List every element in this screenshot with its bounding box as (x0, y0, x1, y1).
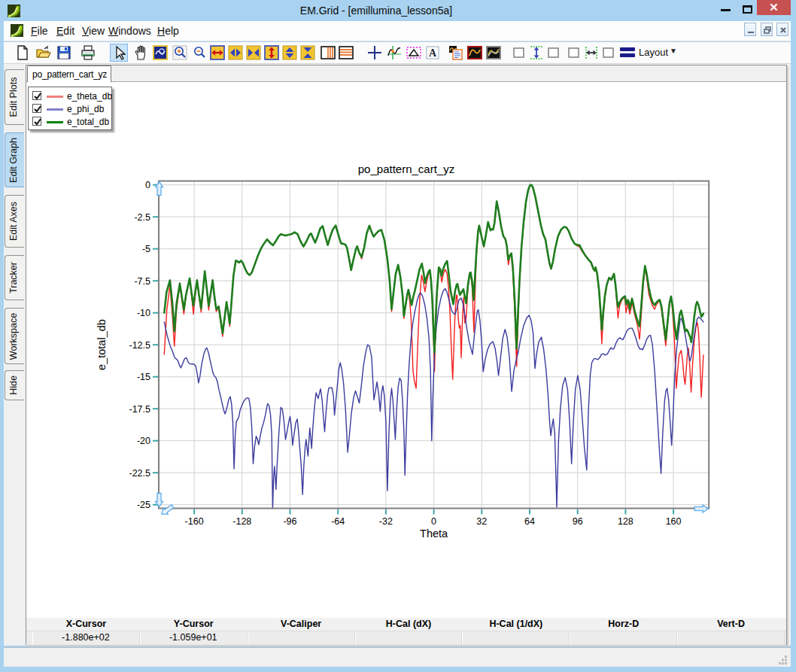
sidebar-tab-edit-plots[interactable]: Edit Plots (5, 69, 24, 125)
mdi-minimize-button[interactable] (744, 23, 756, 36)
close-icon: ✕ (769, 1, 779, 14)
y-tick-label: 0 (145, 180, 150, 190)
v-fit-right-button[interactable] (545, 44, 563, 62)
cursor-status-table: X-CursorY-CursorV-CaliperH-Cal (dX)H-Cal… (26, 618, 786, 645)
window-title: EM.Grid - [emillumina_lesson5a] (0, 5, 752, 17)
legend-checkbox-e_theta_db[interactable] (32, 91, 41, 100)
zoom-region-button[interactable] (151, 44, 169, 62)
y-tick-label: -10 (137, 308, 150, 318)
vertical-markers-button[interactable] (319, 44, 337, 62)
legend-line-sample (47, 108, 63, 111)
new-document-button[interactable] (14, 44, 32, 62)
slope-triangle-button[interactable] (405, 44, 423, 62)
document-tab[interactable]: po_pattern_cart_yz (27, 65, 111, 82)
menu-file[interactable]: File (26, 21, 53, 41)
status-value-h-cal-1-dx- (462, 631, 570, 645)
v-fit-button[interactable] (527, 44, 545, 62)
sidebar-tab-label: Tracker (8, 262, 19, 293)
save-file-button[interactable] (55, 44, 73, 62)
plot-single-icon (467, 45, 482, 60)
open-file-button[interactable] (35, 44, 53, 62)
status-value-v-caliper (248, 631, 355, 645)
resize-grip[interactable] (779, 655, 788, 664)
document-panel: po_pattern_cart_yz -160-128-96-64-320326… (26, 65, 787, 645)
sidebar-tab-edit-graph[interactable]: Edit Graph (5, 132, 24, 187)
y-tick-label: -2.5 (134, 212, 150, 223)
layout-dropdown[interactable]: Layout ▼ (617, 44, 674, 61)
report-button[interactable] (447, 44, 465, 62)
x-tick-label: -128 (232, 516, 251, 527)
zoom-out-button[interactable] (190, 44, 208, 62)
h-fit-left-button[interactable] (565, 44, 583, 62)
sidebar-tab-hide[interactable]: Hide (5, 370, 24, 400)
maximize-button[interactable] (738, 0, 757, 16)
text-label-button[interactable]: A (424, 44, 442, 62)
sidebar-tab-label: Edit Axes (8, 202, 19, 241)
horizontal-markers-button[interactable] (337, 44, 355, 62)
x-tick-label: 0 (431, 516, 436, 527)
sidebar-tab-edit-axes[interactable]: Edit Axes (5, 195, 24, 248)
window-border-bottom (0, 667, 796, 672)
tracker-curve-button[interactable] (385, 44, 403, 62)
plot-multi-button[interactable] (485, 44, 503, 62)
legend-row-e_theta_db: e_theta_db (32, 90, 111, 102)
tick-marks (153, 185, 673, 515)
crosshair-button[interactable] (366, 44, 384, 62)
menu-edit[interactable]: Edit (52, 21, 79, 41)
title-bar: EM.Grid - [emillumina_lesson5a] ✕ (0, 0, 796, 21)
status-column-h-cal-dx-: H-Cal (dX) (355, 618, 463, 631)
legend-checkbox-e_phi_db[interactable] (32, 104, 41, 113)
y-tick-label: -7.5 (134, 276, 150, 287)
h-collapse-button[interactable] (245, 44, 263, 62)
close-button[interactable]: ✕ (757, 0, 791, 15)
chart[interactable]: -160-128-96-64-3203264961281600-2.5-5-7.… (26, 82, 786, 618)
v-fit-left-icon (512, 45, 527, 60)
v-arrows-out-icon (282, 45, 297, 60)
mdi-restore-button[interactable] (761, 23, 773, 36)
mdi-minimize-icon (746, 25, 756, 35)
v-collapse-button[interactable] (299, 44, 317, 62)
y-tick-label: -25 (137, 500, 150, 510)
zoom-in-button[interactable] (171, 44, 189, 62)
window-border-left (0, 21, 4, 672)
h-fit-right-icon (601, 45, 616, 60)
x-tick-label: 128 (618, 516, 633, 527)
h-fit-right-button[interactable] (600, 44, 618, 62)
sidebar-tab-label: Edit Graph (8, 138, 19, 183)
chart-title: po_pattern_cart_yz (358, 163, 454, 175)
status-value-vert-d (677, 631, 785, 645)
plot-single-button[interactable] (466, 44, 484, 62)
select-arrow-button[interactable] (110, 44, 128, 62)
menu-windows[interactable]: Windows (104, 21, 156, 41)
sidebar-tab-workspace[interactable]: Workspace (5, 308, 24, 364)
status-value-h-cal-dx- (355, 631, 463, 645)
maximize-icon (743, 5, 752, 14)
status-value-row: -1.880e+02-1.059e+01 (26, 631, 786, 645)
v-expand-button[interactable] (263, 44, 281, 62)
sidebar-tab-label: Edit Plots (8, 78, 19, 117)
print-button[interactable] (79, 44, 97, 62)
x-tick-label: 160 (666, 516, 682, 527)
minimize-button[interactable] (715, 0, 737, 16)
v-arrows-out-button[interactable] (281, 44, 299, 62)
h-fit-button[interactable] (582, 44, 600, 62)
window-border-right (791, 21, 796, 672)
menu-help[interactable]: Help (153, 21, 184, 41)
legend-checkbox-e_total_db[interactable] (32, 117, 41, 126)
pan-hand-button[interactable] (132, 44, 150, 62)
v-fit-left-button[interactable] (510, 44, 528, 62)
app-icon-small (11, 24, 23, 37)
h-arrows-out-button[interactable] (226, 44, 245, 62)
sidebar-tab-tracker[interactable]: Tracker (5, 255, 24, 300)
legend-row-e_total_db: e_total_db (32, 115, 111, 128)
h-expand-icon (210, 45, 225, 60)
zoom-region-icon (153, 45, 168, 60)
mdi-close-button[interactable] (776, 23, 788, 36)
x-axis-label: Theta (420, 528, 448, 540)
report-icon (448, 45, 463, 60)
text-label-icon: A (425, 45, 440, 60)
h-expand-button[interactable] (208, 44, 226, 62)
y-tick-label: -12.5 (129, 340, 151, 351)
legend-row-e_phi_db: e_phi_db (32, 102, 111, 115)
legend-label: e_phi_db (67, 104, 104, 114)
